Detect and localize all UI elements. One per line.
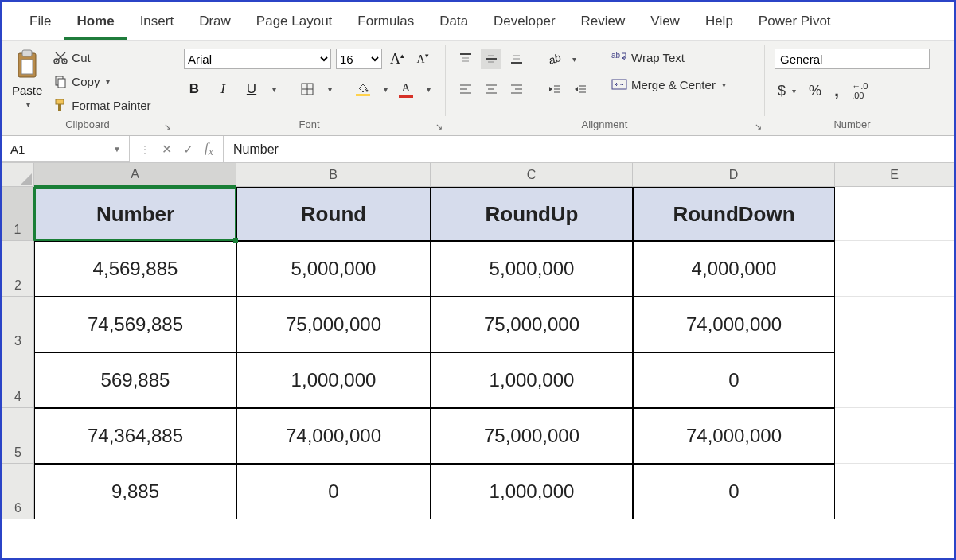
paste-button[interactable]: Paste ▾ [12,49,42,109]
col-header-e[interactable]: E [835,163,954,187]
cell-c4[interactable]: 1,000,000 [431,352,633,408]
cell-b2[interactable]: 5,000,000 [236,241,431,297]
cell-b5[interactable]: 74,000,000 [236,408,431,464]
increase-decimal-button[interactable]: ←.0.00 [849,80,871,102]
tab-review[interactable]: Review [568,9,638,40]
chevron-down-icon[interactable]: ▾ [328,85,332,94]
cell-e3[interactable] [835,297,954,352]
tab-power-pivot[interactable]: Power Pivot [746,9,844,40]
tab-help[interactable]: Help [693,9,746,40]
clipboard-launcher-icon[interactable]: ↘ [164,122,171,132]
row-header-3[interactable]: 3 [2,297,34,352]
alignment-launcher-icon[interactable]: ↘ [755,122,762,132]
borders-button[interactable] [297,79,318,99]
cancel-icon[interactable]: ✕ [162,142,172,157]
cell-a4[interactable]: 569,885 [34,352,236,408]
decrease-font-button[interactable]: A▾ [412,49,433,69]
merge-center-button[interactable]: Merge & Center ▾ [608,76,729,93]
align-center-button[interactable] [481,79,501,99]
fx-icon[interactable]: fx [205,140,213,158]
tab-insert[interactable]: Insert [127,9,187,40]
tab-developer[interactable]: Developer [481,9,568,40]
cell-c5[interactable]: 75,000,000 [431,408,633,464]
font-color-button[interactable]: A [396,79,416,99]
align-bottom-button[interactable] [506,49,527,69]
tab-data[interactable]: Data [427,9,481,40]
worksheet-grid[interactable]: A B C D E 1 Number Round RoundUp RoundDo… [2,163,954,519]
cell-d5[interactable]: 74,000,000 [633,408,835,464]
cell-d6[interactable]: 0 [633,464,835,519]
row-header-5[interactable]: 5 [2,408,34,464]
cell-a1[interactable]: Number [34,187,236,241]
italic-button[interactable]: I [213,79,233,99]
copy-button[interactable]: Copy ▾ [50,72,154,90]
cell-e2[interactable] [835,241,954,297]
col-header-a[interactable]: A [34,163,236,187]
tab-view[interactable]: View [638,9,693,40]
bold-button[interactable]: B [184,79,205,99]
name-box[interactable]: A1 ▼ [2,136,130,162]
cell-a6[interactable]: 9,885 [34,464,236,519]
row-header-6[interactable]: 6 [2,464,34,519]
cell-a2[interactable]: 4,569,885 [34,241,236,297]
cell-d1[interactable]: RoundDown [633,187,835,241]
cell-e5[interactable] [835,408,954,464]
cell-c1[interactable]: RoundUp [431,187,633,241]
cell-e4[interactable] [835,352,954,408]
font-launcher-icon[interactable]: ↘ [435,122,443,132]
tab-file[interactable]: File [17,9,64,40]
row-header-2[interactable]: 2 [2,241,34,297]
cut-button[interactable]: Cut [50,49,154,66]
cell-b3[interactable]: 75,000,000 [236,297,431,352]
format-painter-button[interactable]: Format Painter [50,96,154,114]
tab-home[interactable]: Home [64,9,127,40]
chevron-down-icon[interactable]: ▾ [427,85,431,94]
copy-label: Copy [72,75,100,88]
formula-input[interactable]: Number [224,136,954,162]
cell-d3[interactable]: 74,000,000 [633,297,835,352]
cell-c6[interactable]: 1,000,000 [431,464,633,519]
tab-formulas[interactable]: Formulas [345,9,427,40]
cell-e1[interactable] [835,187,954,241]
chevron-down-icon[interactable]: ▾ [272,85,276,94]
orientation-button[interactable]: ab [544,49,565,69]
select-all-corner[interactable] [2,163,34,187]
tab-draw[interactable]: Draw [186,9,244,40]
group-clipboard: Paste ▾ Cut Copy ▾ Format Painter C [2,41,174,135]
cell-a5[interactable]: 74,364,885 [34,408,236,464]
cell-c2[interactable]: 5,000,000 [431,241,633,297]
cell-b1[interactable]: Round [236,187,431,241]
cell-b4[interactable]: 1,000,000 [236,352,431,408]
font-size-select[interactable]: 16 [336,49,382,69]
percent-button[interactable]: % [806,81,825,101]
tab-page-layout[interactable]: Page Layout [244,9,345,40]
increase-indent-button[interactable] [570,79,591,99]
fill-color-button[interactable] [353,79,373,99]
font-name-select[interactable]: Arial [184,49,331,69]
number-format-select[interactable] [775,49,930,69]
col-header-d[interactable]: D [633,163,835,187]
align-middle-button[interactable] [481,49,501,69]
cell-e6[interactable] [835,464,954,519]
underline-button[interactable]: U [241,79,262,99]
col-header-c[interactable]: C [431,163,633,187]
align-left-button[interactable] [455,79,476,99]
row-header-1[interactable]: 1 [2,187,34,241]
cell-d2[interactable]: 4,000,000 [633,241,835,297]
wrap-text-button[interactable]: ab Wrap Text [608,49,729,66]
align-right-button[interactable] [506,79,527,99]
increase-font-button[interactable]: A▴ [387,49,408,69]
row-header-4[interactable]: 4 [2,352,34,408]
enter-icon[interactable]: ✓ [183,142,193,157]
align-top-button[interactable] [455,49,476,69]
cell-a3[interactable]: 74,569,885 [34,297,236,352]
currency-button[interactable]: $▾ [775,81,799,101]
cell-c3[interactable]: 75,000,000 [431,297,633,352]
chevron-down-icon[interactable]: ▾ [384,85,388,94]
cell-d4[interactable]: 0 [633,352,835,408]
col-header-b[interactable]: B [236,163,431,187]
decrease-indent-button[interactable] [544,79,565,99]
comma-button[interactable]: , [831,79,842,103]
chevron-down-icon[interactable]: ▾ [572,55,576,64]
cell-b6[interactable]: 0 [236,464,431,519]
